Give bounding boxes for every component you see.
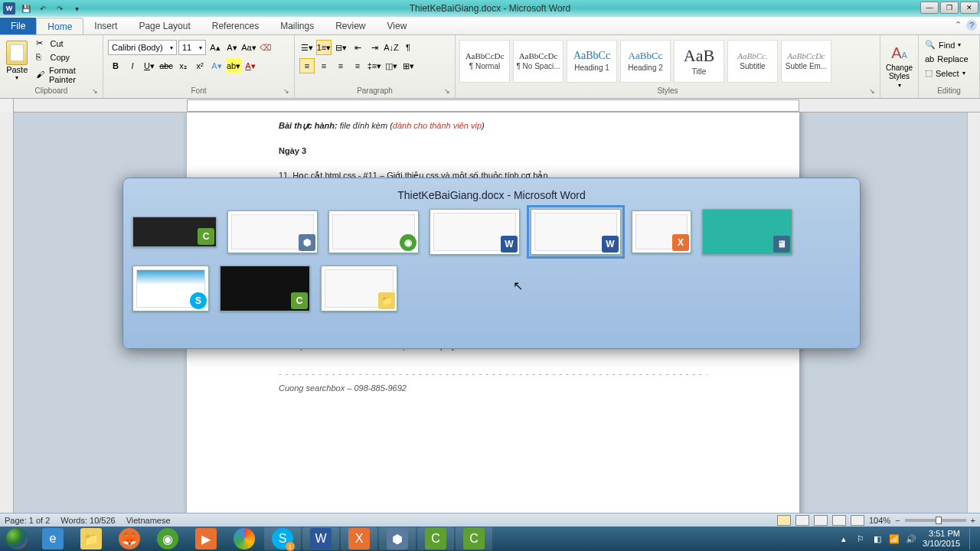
taskbar-xampp[interactable]: X — [341, 527, 377, 550]
taskbar-firefox[interactable]: 🦊 — [111, 527, 148, 550]
tray-flag-icon[interactable]: ⚐ — [855, 533, 866, 544]
taskbar-ie[interactable]: e — [34, 527, 71, 550]
shading-button[interactable]: ◫▾ — [384, 58, 399, 73]
decrease-indent-button[interactable]: ⇤ — [350, 40, 365, 55]
clear-formatting-button[interactable]: ⌫ — [258, 40, 273, 55]
alt-tab-thumb-word1[interactable]: W — [430, 209, 520, 255]
save-icon[interactable]: 💾 — [20, 2, 32, 15]
font-name-combo[interactable]: Calibri (Body)▾ — [108, 40, 177, 55]
copy-button[interactable]: ⎘Copy — [35, 51, 100, 64]
find-button[interactable]: 🔍Find▾ — [923, 38, 975, 51]
superscript-button[interactable]: x² — [192, 58, 207, 73]
minimize-button[interactable]: — — [920, 2, 939, 14]
status-words[interactable]: Words: 10/526 — [60, 516, 115, 525]
align-center-button[interactable]: ≡ — [316, 58, 332, 73]
borders-button[interactable]: ⊞▾ — [400, 58, 416, 73]
taskbar-camtasia2[interactable]: C — [456, 527, 492, 550]
alt-tab-thumb-xampp[interactable]: X — [632, 210, 691, 253]
style-subtle-em---[interactable]: AaBbCcDcSubtle Em... — [781, 40, 831, 83]
alt-tab-thumb-coccoc[interactable]: ◉ — [328, 210, 419, 253]
page-layout-tab[interactable]: Page Layout — [128, 18, 201, 34]
zoom-in-button[interactable]: + — [971, 516, 975, 525]
shrink-font-button[interactable]: A▾ — [224, 40, 240, 55]
undo-icon[interactable]: ↶ — [37, 2, 49, 15]
horizontal-ruler[interactable] — [0, 99, 980, 112]
text-effects-button[interactable]: A▾ — [209, 58, 224, 73]
maximize-button[interactable]: ❐ — [940, 2, 959, 14]
close-button[interactable]: ✕ — [960, 2, 978, 14]
alt-tab-thumb-netbeans[interactable]: ⬢ — [227, 210, 318, 253]
font-size-combo[interactable]: 11▾ — [178, 40, 206, 55]
zoom-out-button[interactable]: − — [895, 516, 900, 525]
taskbar-coccoc[interactable]: ◉ — [149, 527, 186, 550]
style---no-spaci---[interactable]: AaBbCcDc¶ No Spaci... — [513, 40, 564, 83]
increase-indent-button[interactable]: ⇥ — [367, 40, 382, 55]
zoom-slider[interactable] — [905, 519, 966, 522]
taskbar-explorer[interactable]: 📁 — [73, 527, 109, 550]
full-screen-view-button[interactable] — [795, 515, 809, 526]
taskbar-netbeans[interactable]: ⬢ — [379, 527, 416, 550]
paragraph-dialog-launcher[interactable]: ↘ — [444, 87, 453, 96]
show-marks-button[interactable]: ¶ — [400, 40, 416, 55]
file-tab[interactable]: File — [0, 18, 36, 34]
change-styles-icon[interactable]: AA — [891, 44, 907, 62]
review-tab[interactable]: Review — [325, 18, 376, 34]
align-left-button[interactable]: ≡ — [299, 58, 315, 73]
mailings-tab[interactable]: Mailings — [270, 18, 325, 34]
select-button[interactable]: ⬚Select▾ — [923, 67, 975, 80]
style---normal[interactable]: AaBbCcDc¶ Normal — [459, 40, 510, 83]
underline-button[interactable]: U▾ — [142, 58, 157, 73]
style-heading-2[interactable]: AaBbCcHeading 2 — [620, 40, 671, 83]
taskbar-word[interactable]: W — [302, 527, 339, 550]
alt-tab-thumb-camtasia2[interactable]: C — [220, 266, 310, 311]
replace-button[interactable]: abReplace — [923, 53, 975, 65]
taskbar-chrome[interactable] — [226, 527, 263, 550]
vertical-scrollbar[interactable] — [967, 112, 980, 514]
bold-button[interactable]: B — [108, 58, 123, 73]
web-layout-view-button[interactable] — [814, 515, 828, 526]
clipboard-dialog-launcher[interactable]: ↘ — [92, 87, 101, 96]
numbering-button[interactable]: 1≡▾ — [316, 40, 332, 55]
subscript-button[interactable]: x₂ — [175, 58, 191, 73]
style-heading-1[interactable]: AaBbCcHeading 1 — [567, 40, 617, 83]
minimize-ribbon-icon[interactable]: ⌃ — [955, 20, 962, 31]
print-layout-view-button[interactable] — [777, 515, 791, 526]
alt-tab-thumb-word2[interactable]: W — [531, 209, 621, 255]
taskbar-skype[interactable]: S1 — [264, 527, 301, 550]
references-tab[interactable]: References — [201, 18, 270, 34]
alt-tab-thumb-skype[interactable]: S — [132, 266, 209, 311]
zoom-value[interactable]: 104% — [869, 516, 890, 525]
tray-show-hidden-icon[interactable]: ▴ — [838, 533, 849, 544]
taskbar-camtasia1[interactable]: C — [417, 527, 454, 550]
redo-icon[interactable]: ↷ — [54, 2, 66, 15]
alt-tab-thumb-camtasia[interactable]: C — [132, 217, 217, 247]
status-language[interactable]: Vietnamese — [126, 516, 171, 525]
draft-view-button[interactable] — [851, 515, 864, 526]
cut-button[interactable]: ✂Cut — [35, 37, 100, 50]
line-spacing-button[interactable]: ‡≡▾ — [367, 58, 382, 73]
insert-tab[interactable]: Insert — [83, 18, 128, 34]
alt-tab-thumb-desktop[interactable]: 🖥 — [702, 209, 792, 255]
outline-view-button[interactable] — [832, 515, 846, 526]
justify-button[interactable]: ≡ — [350, 58, 365, 73]
home-tab[interactable]: Home — [36, 18, 83, 34]
format-painter-button[interactable]: 🖌Format Painter — [35, 65, 100, 85]
show-desktop-button[interactable] — [969, 528, 975, 549]
grow-font-button[interactable]: A▴ — [207, 40, 223, 55]
italic-button[interactable]: I — [125, 58, 140, 73]
start-button[interactable] — [0, 527, 34, 551]
taskbar-media[interactable]: ▶ — [188, 527, 224, 550]
alt-tab-thumb-explorer[interactable]: 📁 — [321, 266, 397, 311]
strikethrough-button[interactable]: abc — [158, 58, 174, 73]
font-dialog-launcher[interactable]: ↘ — [283, 87, 292, 96]
status-page[interactable]: Page: 1 of 2 — [5, 516, 50, 525]
view-tab[interactable]: View — [377, 18, 418, 34]
tray-volume-icon[interactable]: 🔊 — [906, 533, 916, 544]
vertical-ruler[interactable] — [0, 112, 14, 514]
paste-button[interactable]: Paste ▾ — [3, 39, 31, 83]
highlight-button[interactable]: ab▾ — [226, 58, 241, 73]
tray-network-icon[interactable]: 📶 — [889, 533, 900, 544]
style-title[interactable]: AaBTitle — [674, 40, 724, 83]
font-color-button[interactable]: A▾ — [243, 58, 258, 73]
tray-clock[interactable]: 3:51 PM 3/10/2015 — [923, 529, 960, 549]
